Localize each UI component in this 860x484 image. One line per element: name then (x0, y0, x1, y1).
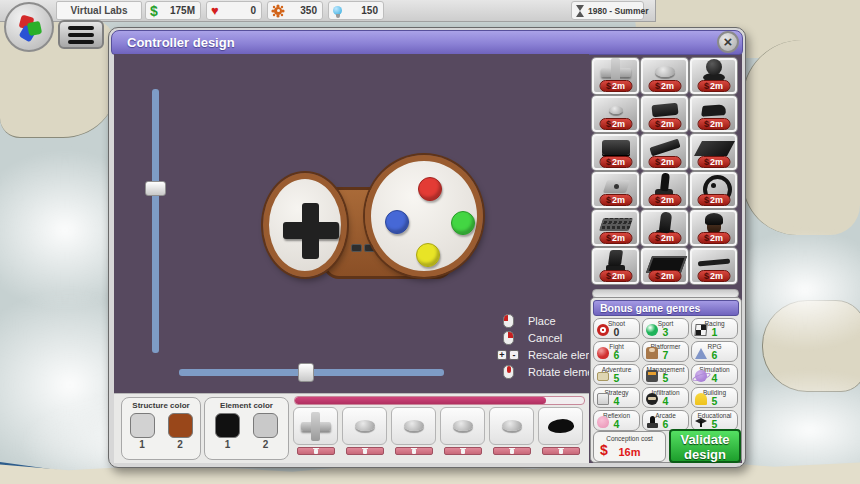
dialog-title: Controller design (127, 35, 235, 50)
part-flat-plate[interactable]: $2m (690, 134, 737, 170)
element-color-panel: Element color 12 (204, 397, 289, 460)
placed-parts-row (293, 407, 583, 455)
genre-value: 0 (594, 326, 639, 338)
plus-icon[interactable]: + (497, 350, 507, 360)
part-grip-stick[interactable]: $2m (641, 210, 688, 246)
close-button[interactable]: × (717, 31, 739, 53)
part-rect-pad[interactable]: $2m (641, 96, 688, 132)
price-currency-icon: $ (704, 157, 709, 167)
element-color-swatch[interactable] (253, 413, 278, 438)
price-currency-icon: $ (606, 81, 611, 91)
placed-button[interactable] (391, 407, 436, 455)
placed-part-tile[interactable] (391, 407, 436, 445)
date-box: 1980 - Summer (571, 1, 644, 20)
validate-label-line2: design (671, 448, 739, 463)
genre-value: 5 (692, 395, 737, 407)
remove-part-bar[interactable] (297, 447, 335, 455)
part-keypad[interactable]: $2m (592, 210, 639, 246)
remove-part-bar[interactable] (395, 447, 433, 455)
placed-part-tile[interactable] (538, 407, 583, 445)
button-yellow[interactable] (416, 243, 440, 267)
design-canvas[interactable]: PlaceCancel+-Rescale elementRotate eleme… (114, 54, 589, 393)
part-pedal[interactable]: $2m (592, 248, 639, 284)
element-color-label: Element color (205, 401, 288, 410)
part-price: $2m (697, 232, 730, 244)
remove-part-bar[interactable] (493, 447, 531, 455)
company-name: Virtual Labs (56, 1, 142, 20)
element-color-swatch[interactable] (215, 413, 240, 438)
placed-button[interactable] (342, 407, 387, 455)
part-price: $2m (599, 156, 632, 168)
part-steering-wheel[interactable]: $2m (690, 172, 737, 208)
button-green[interactable] (451, 211, 475, 235)
part-price: $2m (648, 118, 681, 130)
part-round-button[interactable]: $2m (641, 58, 688, 94)
part-base-plate[interactable]: $2m (592, 172, 639, 208)
part-price: $2m (599, 80, 632, 92)
design-progress-bar (294, 396, 585, 405)
controller-dpad[interactable] (302, 203, 319, 259)
controller-preview[interactable] (263, 159, 495, 291)
part-analog-stick[interactable]: $2m (690, 58, 737, 94)
trash-icon (363, 449, 367, 454)
part-slim-bar[interactable]: $2m (690, 248, 737, 284)
placed-button[interactable] (440, 407, 485, 455)
mouse-button-highlight (507, 366, 511, 373)
trash-icon (510, 449, 514, 454)
vertical-slider-handle[interactable] (145, 181, 166, 196)
button-red[interactable] (418, 177, 442, 201)
price-currency-icon: $ (704, 271, 709, 281)
horizontal-slider-handle[interactable] (298, 363, 314, 382)
part-price: $2m (599, 232, 632, 244)
controller-small-button[interactable] (351, 244, 362, 252)
legend-label: Cancel (528, 332, 562, 344)
cost-value: 16m (594, 446, 665, 458)
genre-value: 7 (643, 349, 688, 361)
part-d-pad[interactable]: $2m (592, 58, 639, 94)
structure-swatches: 12 (122, 413, 200, 450)
validate-label-line1: Validate (671, 433, 739, 448)
mouse-left-icon (496, 314, 520, 328)
part-small-button[interactable]: $2m (592, 96, 639, 132)
validate-design-button[interactable]: Validate design (669, 429, 741, 463)
part-wedge-button[interactable]: $2m (690, 96, 737, 132)
structure-color-swatch[interactable] (168, 413, 193, 438)
genre-adventure: Adventure5 (593, 364, 640, 385)
conception-cost-box: Conception cost $ 16m (593, 431, 666, 462)
part-knob[interactable]: $2m (690, 210, 737, 246)
part-flight-stick[interactable]: $2m (641, 172, 688, 208)
placed-part-tile[interactable] (489, 407, 534, 445)
menu-button[interactable] (58, 20, 104, 49)
minus-icon[interactable]: - (509, 350, 519, 360)
structure-color-panel: Structure color 12 (121, 397, 201, 460)
remove-part-bar[interactable] (542, 447, 580, 455)
swatch-number: 1 (130, 439, 155, 450)
price-currency-icon: $ (704, 81, 709, 91)
placed-d-pad[interactable] (293, 407, 338, 455)
remove-part-bar[interactable] (346, 447, 384, 455)
placed-structure-shape[interactable] (538, 407, 583, 455)
price-currency-icon: $ (655, 119, 660, 129)
structure-color-swatch[interactable] (130, 413, 155, 438)
placed-button[interactable] (489, 407, 534, 455)
placed-part-tile[interactable] (440, 407, 485, 445)
part-touch-pad[interactable]: $2m (641, 248, 688, 284)
genre-platformer: Platformer7 (642, 341, 689, 362)
placed-part-tile[interactable] (342, 407, 387, 445)
app-logo-button[interactable] (4, 2, 54, 52)
vertical-slider-track[interactable] (152, 89, 159, 353)
money-value: 175M (170, 5, 195, 16)
remove-part-bar[interactable] (444, 447, 482, 455)
close-icon: × (724, 33, 733, 50)
button-blue[interactable] (385, 210, 409, 234)
placed-part-tile[interactable] (293, 407, 338, 445)
hourglass-icon (576, 5, 585, 17)
part-angled-bar[interactable]: $2m (641, 134, 688, 170)
genre-fight: Fight6 (593, 341, 640, 362)
design-progress-fill (295, 397, 546, 404)
part-price: $2m (697, 156, 730, 168)
element-swatch-2: 2 (253, 413, 278, 450)
part-flat-box[interactable]: $2m (592, 134, 639, 170)
d-pad-icon (296, 414, 336, 438)
structure-swatch-1: 1 (130, 413, 155, 450)
